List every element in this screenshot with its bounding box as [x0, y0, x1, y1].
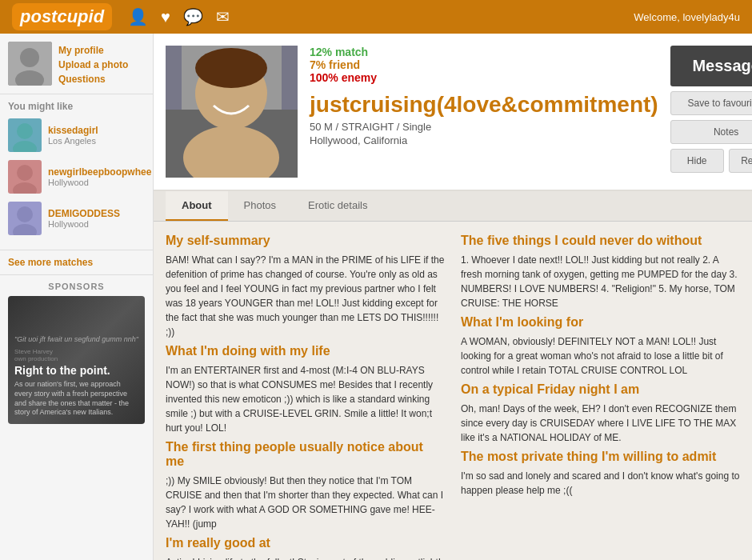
heading-looking-for: What I'm looking for	[461, 315, 740, 330]
heading-first-thing: The first thing people usually notice ab…	[166, 440, 445, 469]
sponsor-quote: "Git uoi jft fwait un segfund gumm nnh"	[14, 335, 138, 343]
hide-button[interactable]: Hide	[670, 149, 724, 173]
match-info-3: DEMIGODDESS Hollywood	[48, 208, 120, 229]
match-item-3[interactable]: DEMIGODDESS Hollywood	[8, 202, 145, 235]
section-five-things: The five things I could never do without…	[461, 234, 740, 310]
profile-details: 50 M / STRAIGHT / Single	[310, 121, 658, 133]
main-layout: My profile Upload a photo Questions You …	[0, 34, 752, 560]
section-private-thing: The most private thing I'm willing to ad…	[461, 450, 740, 498]
section-looking-for: What I'm looking for A WOMAN, obviously!…	[461, 315, 740, 378]
save-favourites-button[interactable]: Save to favourites	[670, 91, 752, 115]
section-good-at: I'm really good at Acting! Living life t…	[166, 536, 445, 560]
tab-photos[interactable]: Photos	[228, 191, 292, 221]
body-good-at: Acting! Living life to the fullest! Stay…	[166, 555, 445, 560]
svg-point-10	[17, 206, 33, 222]
sidebar-profile-section: My profile Upload a photo Questions	[0, 34, 153, 94]
match-scores: 12% match 7% friend 100% enemy	[310, 46, 658, 84]
section-friday-night: On a typical Friday night I am Oh, man! …	[461, 382, 740, 445]
svg-point-18	[195, 48, 267, 88]
match-avatar-2	[8, 160, 42, 194]
body-self-summary: BAM! What can I say?? I'm a MAN in the P…	[166, 253, 445, 339]
top-icons: 👤 ♥ 💬 ✉	[128, 7, 230, 26]
hide-report-row: Hide Report	[670, 149, 752, 173]
heading-five-things: The five things I could never do without	[461, 234, 740, 248]
profile-tabs: About Photos Erotic details	[154, 191, 752, 222]
match-name-3: DEMIGODDESS	[48, 208, 120, 219]
sidebar: My profile Upload a photo Questions You …	[0, 34, 154, 560]
profile-content: My self-summary BAM! What can I say?? I'…	[154, 222, 752, 560]
chat-icon[interactable]: 💬	[183, 7, 203, 26]
sponsor-ad-inner: "Git uoi jft fwait un segfund gumm nnh" …	[8, 296, 145, 424]
see-more-matches[interactable]: See more matches	[0, 250, 153, 275]
profile-actions: Message Save to favourites Notes Hide Re…	[670, 46, 752, 178]
match-name-2: newgirlbeepboopwhee	[48, 166, 151, 178]
heart-icon[interactable]: ♥	[161, 8, 170, 26]
sponsor-title: Right to the point.	[14, 364, 138, 377]
sidebar-profile-links: My profile Upload a photo Questions	[58, 42, 128, 85]
profile-photo	[166, 46, 298, 178]
notes-button[interactable]: Notes	[670, 120, 752, 144]
section-doing-with-life: What I'm doing with my life I'm an ENTER…	[166, 344, 445, 435]
svg-point-1	[20, 48, 39, 67]
content-area: 12% match 7% friend 100% enemy justcruis…	[154, 34, 752, 560]
sponsor-attribution: Steve Harveyown production	[14, 348, 138, 362]
match-avatar-1	[8, 118, 42, 152]
heading-good-at: I'm really good at	[166, 536, 445, 550]
match-info-1: kissedagirl Los Angeles	[48, 125, 98, 146]
welcome-text: Welcome, lovelylady4u	[634, 11, 740, 23]
body-private-thing: I'm so sad and lonely and scared and I d…	[461, 469, 740, 498]
heading-private-thing: The most private thing I'm willing to ad…	[461, 450, 740, 464]
left-column: My self-summary BAM! What can I say?? I'…	[166, 234, 445, 560]
tab-erotic-details[interactable]: Erotic details	[292, 191, 383, 221]
match-item-2[interactable]: newgirlbeepboopwhee Hollywood	[8, 160, 145, 194]
upload-photo-link[interactable]: Upload a photo	[58, 59, 128, 70]
logo[interactable]: postcupid	[12, 3, 112, 30]
message-button[interactable]: Message	[670, 46, 752, 86]
topbar: postcupid 👤 ♥ 💬 ✉ Welcome, lovelylady4u	[0, 0, 752, 34]
body-friday-night: Oh, man! Days of the week, EH? I don't e…	[461, 402, 740, 445]
section-self-summary: My self-summary BAM! What can I say?? I'…	[166, 234, 445, 339]
body-looking-for: A WOMAN, obviously! DEFINITELY NOT a MAN…	[461, 334, 740, 378]
match-item-1[interactable]: kissedagirl Los Angeles	[8, 118, 145, 152]
questions-link[interactable]: Questions	[58, 74, 128, 85]
my-profile-link[interactable]: My profile	[58, 45, 128, 56]
sponsors-section: SPONSORS "Git uoi jft fwait un segfund g…	[0, 275, 153, 430]
match-info-2: newgirlbeepboopwhee Hollywood	[48, 166, 151, 187]
you-might-like-section: You might like kissedagirl Los Angeles	[0, 94, 153, 250]
match-name-1: kissedagirl	[48, 125, 98, 136]
body-doing-with-life: I'm an ENTERTAINER first and 4-most (M:I…	[166, 363, 445, 435]
profile-username: justcruising(4love&commitment)	[310, 92, 658, 118]
report-button[interactable]: Report	[729, 149, 752, 173]
match-pct-friend: 7% friend	[310, 58, 658, 71]
body-first-thing: ;)) My SMILE obviously! But then they no…	[166, 474, 445, 531]
profile-header: 12% match 7% friend 100% enemy justcruis…	[154, 34, 752, 191]
heading-self-summary: My self-summary	[166, 234, 445, 248]
svg-point-4	[17, 123, 33, 139]
section-first-thing: The first thing people usually notice ab…	[166, 440, 445, 531]
heading-friday-night: On a typical Friday night I am	[461, 382, 740, 397]
svg-point-7	[17, 165, 33, 181]
right-column: The five things I could never do without…	[461, 234, 740, 560]
profile-location: Hollywood, California	[310, 134, 658, 146]
body-five-things: 1. Whoever I date next!! LOL!! Just kidd…	[461, 253, 740, 310]
match-location-2: Hollywood	[48, 178, 151, 187]
profile-stats: 12% match 7% friend 100% enemy justcruis…	[310, 46, 658, 178]
match-pct-enemy: 100% enemy	[310, 71, 658, 84]
match-avatar-3	[8, 202, 42, 235]
sponsor-body: As our nation's first, we approach every…	[14, 380, 138, 418]
person-icon[interactable]: 👤	[128, 7, 148, 26]
match-location-1: Los Angeles	[48, 136, 98, 146]
mail-icon[interactable]: ✉	[216, 7, 230, 26]
tab-about[interactable]: About	[166, 191, 228, 221]
heading-doing-with-life: What I'm doing with my life	[166, 344, 445, 358]
match-location-3: Hollywood	[48, 219, 120, 229]
sponsors-label: SPONSORS	[8, 282, 145, 291]
match-pct-match: 12% match	[310, 46, 658, 58]
sponsor-ad[interactable]: "Git uoi jft fwait un segfund gumm nnh" …	[8, 296, 145, 424]
sidebar-avatar	[8, 42, 52, 86]
you-might-like-title: You might like	[8, 101, 145, 112]
